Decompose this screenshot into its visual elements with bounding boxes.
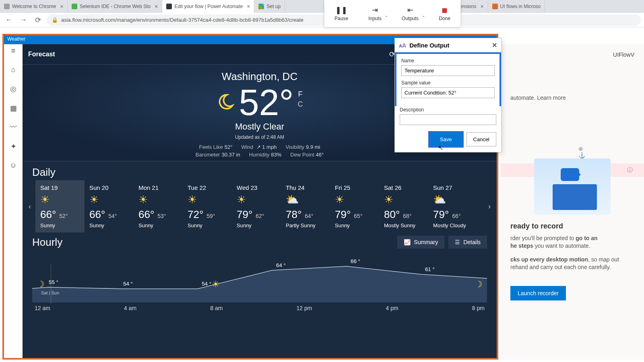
scroll-left[interactable]: ‹ bbox=[24, 182, 35, 230]
high-temp: 79° bbox=[335, 208, 351, 221]
visibility: Visibility9.9 mi bbox=[285, 144, 320, 150]
daily-title: Daily bbox=[23, 161, 497, 180]
feels-like: Feels Like52° bbox=[199, 144, 232, 150]
selenium-icon bbox=[72, 4, 77, 9]
summary-toggle[interactable]: 📈Summary bbox=[397, 236, 444, 249]
weather-icon: ☀ bbox=[188, 193, 227, 206]
day-condition: Mostly Cloudy bbox=[433, 222, 473, 228]
day-condition: Partly Sunny bbox=[286, 222, 325, 228]
low-temp: 52° bbox=[59, 213, 68, 219]
titlebar-text: Weather bbox=[7, 36, 25, 42]
description-label: Description bbox=[400, 107, 496, 113]
favorites-icon[interactable]: ✦ bbox=[10, 142, 17, 151]
recorder-illustration bbox=[534, 158, 611, 215]
menu-icon[interactable]: ≡ bbox=[11, 47, 16, 55]
tab-title: UI flows in Microso bbox=[500, 4, 541, 9]
body-text: cks up every desktop motion, so map out bbox=[510, 256, 634, 264]
weather-icon: ☀ bbox=[335, 193, 374, 206]
radar-icon[interactable]: ◎ bbox=[10, 84, 17, 93]
hour-temp-4: 66 ° bbox=[351, 258, 360, 264]
day-card[interactable]: Sat 26 ☀ 80°68° Mostly Sunny bbox=[379, 180, 428, 232]
day-condition: Sunny bbox=[335, 222, 374, 228]
tab-title: Edit your flow | Power Automate bbox=[174, 4, 243, 9]
day-card[interactable]: Fri 25 ☀ 79°65° Sunny bbox=[330, 180, 379, 232]
unit-c[interactable]: C bbox=[298, 100, 303, 109]
close-icon[interactable]: × bbox=[480, 3, 483, 10]
home-icon[interactable]: ⌂ bbox=[11, 66, 16, 74]
feedback-icon[interactable]: ☺ bbox=[10, 161, 17, 170]
barometer: Barometer30.37 in bbox=[196, 152, 240, 158]
close-icon[interactable]: × bbox=[155, 3, 158, 10]
inputs-button[interactable]: ⇥Inputs⌄ bbox=[368, 6, 382, 21]
modal-title: Define Output bbox=[409, 42, 449, 49]
unit-f[interactable]: F bbox=[298, 90, 303, 99]
description-input[interactable] bbox=[400, 114, 496, 125]
forward-button[interactable]: → bbox=[18, 14, 29, 26]
uiflow-icon bbox=[492, 4, 498, 9]
high-temp: 66° bbox=[40, 208, 56, 221]
sample-input[interactable] bbox=[401, 87, 495, 98]
done-button[interactable]: ◼Done bbox=[439, 6, 450, 21]
scroll-right[interactable]: › bbox=[484, 182, 495, 230]
day-card[interactable]: Wed 23 ☀ 79°62° Sunny bbox=[232, 180, 281, 232]
details-toggle[interactable]: ☰Details bbox=[448, 236, 487, 249]
browser-tab-active[interactable]: Edit your flow | Power Automate× bbox=[162, 0, 254, 13]
back-button[interactable]: ← bbox=[3, 14, 14, 26]
day-card[interactable]: Tue 22 ☀ 72°59° Sunny bbox=[183, 180, 232, 232]
day-name: Fri 25 bbox=[335, 184, 374, 191]
calendar-icon[interactable]: ▦ bbox=[10, 104, 17, 113]
name-input[interactable] bbox=[401, 65, 495, 76]
close-icon[interactable]: × bbox=[60, 3, 63, 10]
stop-icon: ◼ bbox=[442, 6, 448, 14]
day-card[interactable]: Mon 21 ☀ 66°53° Sunny bbox=[134, 180, 183, 232]
day-condition: Sunny bbox=[138, 222, 178, 228]
moon-icon: ☽ bbox=[35, 279, 47, 290]
high-temp: 66° bbox=[89, 208, 105, 221]
anchor-icon[interactable]: ⊕⚓ bbox=[578, 146, 585, 158]
low-temp: 62° bbox=[256, 213, 264, 219]
moon-icon: ☽ bbox=[473, 279, 485, 290]
recorder-toolbar: ❚❚Pause ⇥Inputs⌄ ⇤Outputs⌄ ◼Done bbox=[324, 0, 461, 27]
browser-tab[interactable]: UI flows in Microso bbox=[488, 0, 545, 13]
high-temp: 72° bbox=[188, 208, 203, 221]
day-name: Mon 21 bbox=[138, 184, 178, 191]
info-icon[interactable]: ⓘ bbox=[627, 167, 633, 174]
day-condition: Sunny bbox=[188, 222, 227, 228]
save-button[interactable]: Save bbox=[429, 132, 462, 146]
reload-button[interactable]: ⟳ bbox=[32, 14, 43, 26]
hour-label: 4 pm bbox=[386, 305, 398, 311]
flow-icon bbox=[166, 4, 172, 9]
body-text: rder you'll be prompted to go to an bbox=[510, 234, 634, 243]
outputs-button[interactable]: ⇤Outputs⌄ bbox=[402, 6, 419, 21]
define-output-modal: ᴀA Define Output ✕ Name Sample value Des… bbox=[394, 38, 502, 152]
hour-label: 8 am bbox=[210, 305, 223, 311]
pause-button[interactable]: ❚❚Pause bbox=[334, 6, 348, 21]
browser-tab[interactable]: Welcome to Chrome× bbox=[0, 0, 68, 13]
close-icon[interactable]: ✕ bbox=[492, 41, 497, 49]
sun-icon: ☀ bbox=[210, 279, 222, 290]
browser-tab[interactable]: Selenium IDE - Chrome Web Sto× bbox=[68, 0, 162, 13]
forecast-title: Forecast bbox=[28, 51, 55, 58]
label: Outputs bbox=[402, 16, 419, 21]
day-card[interactable]: Sun 27 ⛅ 79°66° Mostly Cloudy bbox=[428, 180, 477, 232]
trends-icon[interactable]: 〰 bbox=[10, 123, 17, 132]
cancel-button[interactable]: Cancel bbox=[466, 132, 496, 146]
tab-title: Welcome to Chrome bbox=[12, 4, 56, 9]
low-temp: 59° bbox=[206, 213, 215, 219]
hourly-header: Hourly 📈Summary ☰Details bbox=[23, 232, 497, 249]
chevron-down-icon: ⌄ bbox=[385, 13, 388, 18]
mini-day-labels: Sat | Sun bbox=[41, 290, 59, 295]
day-card[interactable]: Thu 24 ⛅ 78°64° Partly Sunny bbox=[281, 180, 330, 232]
day-card[interactable]: Sun 20 ☀ 66°54° Sunny bbox=[85, 180, 134, 232]
day-name: Sun 20 bbox=[89, 184, 129, 191]
launch-recorder-button[interactable]: Launch recorder bbox=[510, 286, 566, 300]
high-temp: 78° bbox=[286, 208, 301, 221]
browser-tab[interactable]: Set up bbox=[254, 0, 285, 13]
day-card[interactable]: Sat 19 ☀ 66°52° Sunny bbox=[35, 180, 85, 232]
close-icon[interactable]: × bbox=[247, 3, 250, 10]
low-temp: 65° bbox=[354, 213, 362, 219]
hour-temp-0: 55 ° bbox=[49, 279, 58, 285]
globe-icon bbox=[4, 4, 10, 9]
day-condition: Sunny bbox=[89, 222, 129, 228]
tab-title: Selenium IDE - Chrome Web Sto bbox=[80, 4, 151, 9]
